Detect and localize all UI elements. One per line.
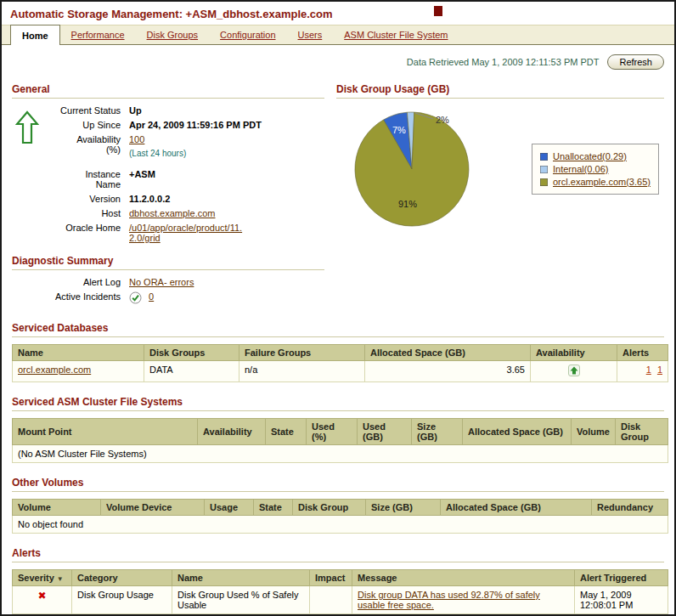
cell-allocated-space: 3.65: [365, 361, 531, 382]
other-volumes-empty-message: No object found: [13, 516, 668, 534]
refresh-button[interactable]: Refresh: [607, 54, 664, 70]
legend-swatch-unallocated: [540, 153, 548, 161]
cell-alerts: 1 1: [617, 361, 668, 382]
tab-home-label: Home: [22, 31, 48, 41]
general-section: Current Status Up Up Since Apr 24, 2009 …: [12, 105, 324, 243]
alert-log-link[interactable]: No ORA- errors: [129, 277, 194, 287]
tab-users[interactable]: Users: [287, 25, 334, 44]
col-header-availability: Availability: [531, 345, 617, 361]
col-header-redundancy: Redundancy: [592, 500, 668, 516]
alerts-section: Alerts: [2, 547, 674, 562]
col-header-allocated-space: Allocated Space (GB): [441, 500, 592, 516]
alert-count-link-2[interactable]: 1: [657, 365, 662, 375]
alert-log-row: Alert Log No ORA- errors: [12, 277, 324, 287]
legend-link-orcl[interactable]: orcl.example.com(3.65): [553, 177, 651, 187]
disk-group-usage-chart: 7% 2% 91% Unallocated(0.29) Internal(0.0…: [336, 105, 664, 233]
tab-performance-label: Performance: [71, 30, 125, 40]
col-header-volume: Volume: [13, 500, 101, 516]
cell-disk-groups: DATA: [144, 361, 239, 382]
tab-asm-cluster-file-system[interactable]: ASM Cluster File System: [333, 25, 459, 44]
cell-name: orcl.example.com: [13, 361, 144, 382]
availability-link[interactable]: 100: [129, 134, 144, 144]
current-status-row: Current Status Up: [12, 105, 324, 116]
serviced-databases-table: Name Disk Groups Failure Groups Allocate…: [12, 344, 668, 382]
page-title: Automatic Storage Management: +ASM_dbhos…: [10, 8, 666, 20]
availability-note: (Last 24 hours): [129, 149, 324, 158]
host-link[interactable]: dbhost.example.com: [129, 208, 216, 218]
col-header-volume: Volume: [572, 419, 616, 445]
col-header-used-pct: Used (%): [307, 419, 358, 445]
col-header-name: Name: [172, 570, 310, 586]
col-header-disk-group: Disk Group: [293, 500, 366, 516]
up-since-row: Up Since Apr 24, 2009 11:59:16 PM PDT: [12, 120, 324, 130]
oracle-home-link[interactable]: /u01/app/oracle/product/11.2.0/grid: [129, 223, 243, 243]
alert-message-link[interactable]: Disk group DATA has used 92.87% of safel…: [358, 590, 540, 610]
acfs-header-row: Mount Point Availability State Used (%) …: [13, 419, 668, 445]
tab-configuration[interactable]: Configuration: [209, 25, 286, 44]
other-volumes-empty-row: No object found: [13, 516, 668, 534]
check-icon: [129, 291, 142, 304]
host-label: Host: [12, 208, 129, 218]
active-incidents-link[interactable]: 0: [149, 291, 154, 302]
top-columns: General Current Status Up Up Since Apr 2…: [2, 71, 674, 308]
legend-swatch-orcl: [540, 178, 548, 186]
tab-home[interactable]: Home: [10, 25, 60, 45]
cell-failure-groups: n/a: [239, 361, 365, 382]
legend-item-internal: Internal(0.06): [540, 164, 651, 174]
legend-item-unallocated: Unallocated(0.29): [540, 151, 651, 161]
acfs-empty-row: (No ASM Cluster File Systems): [13, 445, 668, 463]
alert-log-label: Alert Log: [12, 277, 129, 287]
tab-performance[interactable]: Performance: [60, 25, 136, 44]
col-header-mount-point: Mount Point: [13, 419, 198, 445]
col-header-failure-groups: Failure Groups: [239, 345, 365, 361]
error-x-icon: ✖: [37, 590, 46, 602]
tab-acfs-label: ASM Cluster File System: [344, 30, 448, 40]
legend-item-orcl: orcl.example.com(3.65): [540, 177, 651, 187]
col-header-message: Message: [352, 570, 575, 586]
serviced-database-row: orcl.example.com DATA n/a 3.65 1 1: [13, 361, 668, 382]
disk-group-usage-column: Disk Group Usage (GB) 7% 2% 91% Unalloca…: [324, 71, 664, 233]
diagnostic-summary-section: Alert Log No ORA- errors Active Incident…: [12, 277, 324, 304]
col-header-severity[interactable]: Severity▼: [13, 570, 72, 586]
availability-up-icon: [568, 365, 580, 376]
acfs-title: Serviced ASM Cluster File Systems: [12, 396, 664, 411]
col-header-disk-groups: Disk Groups: [144, 345, 239, 361]
legend-link-unallocated[interactable]: Unallocated(0.29): [553, 151, 627, 161]
decorative-mark: [434, 6, 442, 16]
acfs-table: Mount Point Availability State Used (%) …: [12, 418, 668, 463]
active-incidents-row: Active Incidents 0: [12, 291, 324, 304]
masthead: Automatic Storage Management: +ASM_dbhos…: [2, 2, 674, 25]
sort-desc-icon: ▼: [57, 575, 64, 583]
tab-bar: Home Performance Disk Groups Configurati…: [2, 25, 674, 45]
col-header-availability: Availability: [198, 419, 266, 445]
pie-label-unallocated-pct: 7%: [392, 125, 406, 135]
status-up-arrow-icon: [15, 110, 39, 144]
cell-availability: [531, 361, 617, 382]
cell-category: Disk Group Usage: [72, 586, 172, 614]
version-row: Version 11.2.0.0.2: [12, 194, 324, 204]
severity-header-label: Severity: [18, 573, 54, 583]
chart-legend: Unallocated(0.29) Internal(0.06) orcl.ex…: [532, 144, 659, 195]
alert-count-link-1[interactable]: 1: [646, 365, 651, 375]
tab-disk-groups[interactable]: Disk Groups: [136, 25, 210, 44]
col-header-size-gb: Size (GB): [412, 419, 463, 445]
col-header-volume-device: Volume Device: [101, 500, 205, 516]
instance-name-label: Instance Name: [12, 169, 129, 189]
col-header-impact: Impact: [310, 570, 352, 586]
col-header-state: State: [254, 500, 293, 516]
refresh-toolbar: Data Retrieved May 1, 2009 12:11:53 PM P…: [2, 45, 674, 71]
other-volumes-title: Other Volumes: [12, 477, 664, 492]
col-header-category: Category: [72, 570, 172, 586]
tab-users-label: Users: [298, 30, 323, 40]
availability-row: Availability (%) 100 (Last 24 hours): [12, 134, 324, 165]
diagnostic-summary-title: Diagnostic Summary: [12, 255, 324, 270]
legend-link-internal[interactable]: Internal(0.06): [553, 164, 608, 174]
acfs-section: Serviced ASM Cluster File Systems: [2, 396, 674, 411]
col-header-name: Name: [13, 345, 144, 361]
serviced-databases-section: Serviced Databases: [2, 322, 674, 337]
version-label: Version: [12, 194, 129, 204]
col-header-usage: Usage: [205, 500, 254, 516]
database-link[interactable]: orcl.example.com: [18, 365, 91, 375]
alert-row: ✖ Disk Group Usage Disk Group Used % of …: [13, 586, 668, 614]
active-incidents-label: Active Incidents: [12, 291, 129, 304]
